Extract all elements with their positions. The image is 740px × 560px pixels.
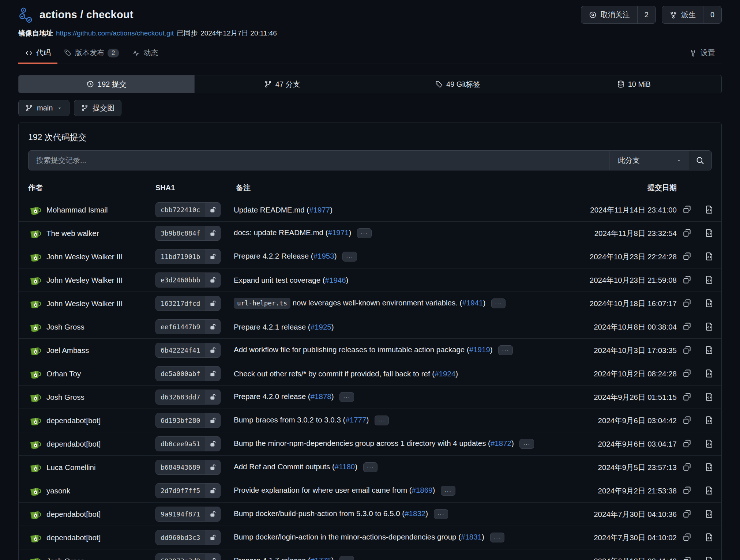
copy-sha-button[interactable] xyxy=(681,555,693,560)
avatar[interactable] xyxy=(28,226,42,240)
commit-sha[interactable]: e3d2460bbb xyxy=(156,273,205,287)
commit-more-button[interactable]: ··· xyxy=(357,228,372,238)
commit-more-button[interactable]: ··· xyxy=(490,533,505,542)
avatar[interactable] xyxy=(28,414,42,427)
commit-issue-link[interactable]: #1971 xyxy=(328,228,349,237)
avatar[interactable] xyxy=(28,250,42,263)
commit-sha-badge[interactable]: 2d7d9f7ff5 xyxy=(155,483,221,498)
avatar[interactable] xyxy=(28,343,42,357)
commit-more-button[interactable]: ··· xyxy=(375,416,389,425)
avatar[interactable] xyxy=(28,390,42,404)
commit-more-button[interactable]: ··· xyxy=(342,252,357,262)
avatar[interactable] xyxy=(28,273,42,287)
commit-sha-badge[interactable]: dd960bd3c3 xyxy=(155,530,221,545)
commit-more-button[interactable]: ··· xyxy=(434,509,448,519)
commit-more-button[interactable]: ··· xyxy=(339,556,354,560)
commit-more-button[interactable]: ··· xyxy=(498,345,513,355)
stat-branches[interactable]: 47 分支 xyxy=(194,75,370,93)
tab-settings[interactable]: 设置 xyxy=(683,43,722,64)
avatar[interactable] xyxy=(28,297,42,310)
commit-more-button[interactable]: ··· xyxy=(441,486,455,496)
commit-sha[interactable]: de5a000abf xyxy=(156,367,205,381)
copy-sha-button[interactable] xyxy=(681,320,693,333)
mirror-url-link[interactable]: https://github.com/actions/checkout.git xyxy=(56,29,174,37)
commit-sha-badge[interactable]: db0cee9a51 xyxy=(155,436,221,451)
commit-sha[interactable]: b684943689 xyxy=(156,460,205,474)
browse-source-button[interactable] xyxy=(703,367,715,380)
browse-source-button[interactable] xyxy=(703,484,715,497)
copy-sha-button[interactable] xyxy=(681,367,693,380)
browse-source-button[interactable] xyxy=(703,461,715,473)
commit-more-button[interactable]: ··· xyxy=(363,462,378,472)
commit-issue-link[interactable]: #1775 xyxy=(311,556,331,560)
commit-sha[interactable]: 11bd71901b xyxy=(156,249,205,264)
copy-sha-button[interactable] xyxy=(681,531,693,544)
fork-button[interactable]: 派生 xyxy=(662,6,703,23)
browse-source-button[interactable] xyxy=(703,414,715,426)
copy-sha-button[interactable] xyxy=(681,461,693,473)
commit-sha-badge[interactable]: eef61447b9 xyxy=(155,319,221,334)
copy-sha-button[interactable] xyxy=(681,391,693,403)
commit-issue-link[interactable]: #1941 xyxy=(462,298,483,307)
avatar[interactable] xyxy=(28,461,42,474)
commit-sha-badge[interactable]: d632683dd7 xyxy=(155,390,221,405)
tab-activity[interactable]: 动态 xyxy=(125,43,165,64)
commit-sha[interactable]: 2d7d9f7ff5 xyxy=(156,484,205,498)
avatar[interactable] xyxy=(28,367,42,380)
branch-selector[interactable]: main xyxy=(18,100,70,116)
browse-source-button[interactable] xyxy=(703,555,715,560)
commit-issue-link[interactable]: #1832 xyxy=(405,509,425,518)
browse-source-button[interactable] xyxy=(703,344,715,356)
commit-sha[interactable]: 6b42224f41 xyxy=(156,343,205,357)
copy-sha-button[interactable] xyxy=(681,437,693,450)
commit-sha[interactable]: 163217dfcd xyxy=(156,296,205,311)
commit-sha[interactable]: 3b9b8c884f xyxy=(156,226,205,240)
commit-issue-link[interactable]: #1878 xyxy=(311,392,331,401)
avatar[interactable] xyxy=(28,437,42,451)
copy-sha-button[interactable] xyxy=(681,227,693,239)
commit-sha-badge[interactable]: 11bd71901b xyxy=(155,249,221,264)
stat-commits[interactable]: 192 提交 xyxy=(19,75,194,93)
commit-sha[interactable]: cbb722410c xyxy=(156,203,205,217)
commit-issue-link[interactable]: #1946 xyxy=(325,276,346,284)
commit-sha[interactable]: 692973e3d9 xyxy=(156,554,205,560)
browse-source-button[interactable] xyxy=(703,297,715,309)
commit-sha-badge[interactable]: e3d2460bbb xyxy=(155,273,221,287)
browse-source-button[interactable] xyxy=(703,320,715,333)
browse-source-button[interactable] xyxy=(703,508,715,520)
commit-sha[interactable]: 6d193bf280 xyxy=(156,413,205,428)
avatar[interactable] xyxy=(28,554,42,560)
browse-source-button[interactable] xyxy=(703,203,715,216)
copy-sha-button[interactable] xyxy=(681,297,693,309)
search-button[interactable] xyxy=(688,151,711,170)
commit-issue-link[interactable]: #1919 xyxy=(469,345,490,354)
commit-sha-badge[interactable]: 163217dfcd xyxy=(155,296,221,311)
forks-count[interactable]: 0 xyxy=(703,6,721,23)
commit-sha[interactable]: db0cee9a51 xyxy=(156,437,205,451)
branch-filter-dropdown[interactable]: 此分支 xyxy=(609,151,688,170)
commit-sha-badge[interactable]: 3b9b8c884f xyxy=(155,226,221,241)
avatar[interactable] xyxy=(28,203,42,217)
copy-sha-button[interactable] xyxy=(681,250,693,263)
commit-more-button[interactable]: ··· xyxy=(339,392,354,402)
commit-issue-link[interactable]: #1831 xyxy=(461,533,482,541)
avatar[interactable] xyxy=(28,320,42,334)
copy-sha-button[interactable] xyxy=(681,484,693,497)
commit-sha[interactable]: dd960bd3c3 xyxy=(156,530,205,545)
avatar[interactable] xyxy=(28,531,42,544)
commit-issue-link[interactable]: #1872 xyxy=(491,439,511,447)
browse-source-button[interactable] xyxy=(703,437,715,450)
commit-sha-badge[interactable]: b684943689 xyxy=(155,460,221,475)
browse-source-button[interactable] xyxy=(703,391,715,403)
commit-sha-badge[interactable]: 692973e3d9 xyxy=(155,553,221,560)
copy-sha-button[interactable] xyxy=(681,508,693,520)
commit-graph-button[interactable]: 提交图 xyxy=(74,100,121,116)
commit-sha-badge[interactable]: 9a9194f871 xyxy=(155,507,221,522)
avatar[interactable] xyxy=(28,507,42,521)
tab-releases[interactable]: 版本发布 2 xyxy=(57,43,125,64)
commit-issue-link[interactable]: #1953 xyxy=(313,252,334,260)
stat-size[interactable]: 10 MiB xyxy=(546,75,722,93)
browse-source-button[interactable] xyxy=(703,274,715,286)
commit-sha-badge[interactable]: 6b42224f41 xyxy=(155,343,221,358)
commit-issue-link[interactable]: #1180 xyxy=(335,462,355,471)
